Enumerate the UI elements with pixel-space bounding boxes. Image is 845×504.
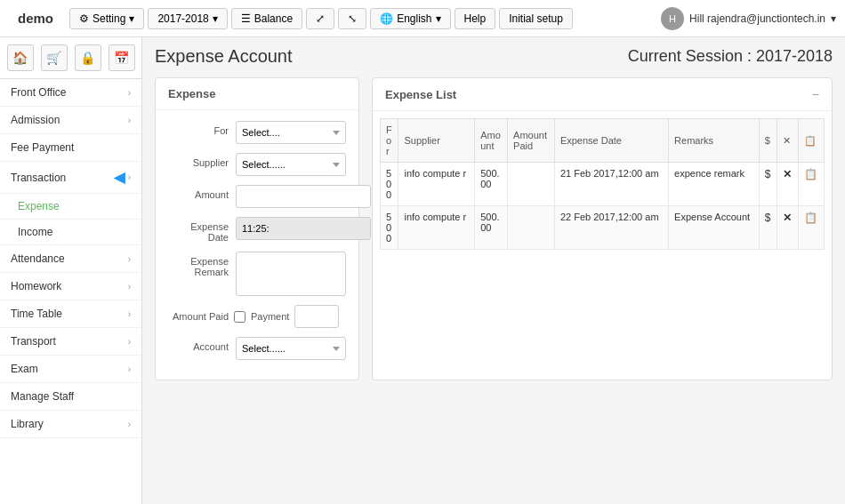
sidebar-item-income[interactable]: Income (0, 220, 141, 245)
cell-dollar[interactable]: $ (759, 163, 777, 206)
resize-icon: ⤡ (348, 12, 357, 25)
account-label: Account (168, 337, 229, 352)
language-button[interactable]: 🌐 English ▾ (370, 8, 450, 29)
list-panel-header: Expense List − (373, 78, 832, 111)
cell-for: 5 0 0 (381, 163, 398, 206)
sidebar-item-homework[interactable]: Homework › (0, 273, 141, 300)
for-select-wrapper: Select.... (236, 121, 346, 144)
help-button[interactable]: Help (455, 8, 496, 29)
expense-form-title: Expense (156, 78, 358, 110)
chevron-right-icon: › (128, 88, 131, 98)
chevron-down-icon: › (128, 172, 131, 182)
language-icon: 🌐 (380, 12, 393, 25)
amount-paid-checkbox[interactable] (234, 311, 245, 323)
cell-view[interactable]: 📋 (798, 163, 824, 206)
expense-form-body: For Select.... Supplier Select...... (156, 110, 358, 380)
sidebar-item-admission[interactable]: Admission › (0, 107, 141, 134)
cell-amount: 500.00 (475, 163, 508, 206)
page-title: Expense Account (155, 46, 293, 67)
cell-expense-date: 21 Feb 2017,12:00 am (554, 163, 668, 206)
col-expense-date: Expense Date (554, 119, 668, 163)
table-row: 5 0 0 info compute r 500.00 22 Feb 2017,… (381, 206, 825, 250)
sidebar-item-library[interactable]: Library › (0, 411, 141, 438)
col-view: 📋 (798, 119, 824, 163)
resize-button[interactable]: ⤡ (338, 8, 366, 29)
chevron-right-icon: › (128, 337, 131, 347)
cell-supplier: info compute r (398, 206, 475, 250)
lock-icon[interactable]: 🔒 (75, 44, 101, 71)
cell-dollar[interactable]: $ (759, 206, 777, 250)
amount-row: Amount (168, 185, 346, 208)
supplier-row: Supplier Select...... (168, 153, 346, 176)
cell-delete[interactable]: ✕ (777, 206, 799, 250)
for-select[interactable]: Select.... (236, 121, 346, 144)
balance-icon: ☰ (241, 12, 251, 25)
sidebar-item-timetable[interactable]: Time Table › (0, 300, 141, 328)
sidebar-item-manage-staff[interactable]: Manage Staff (0, 383, 141, 411)
cell-delete[interactable]: ✕ (777, 163, 799, 206)
expense-date-label: Expense Date (168, 217, 229, 243)
chevron-right-icon: › (128, 254, 131, 264)
setting-button[interactable]: ⚙ Setting ▾ (69, 8, 144, 29)
initial-setup-button[interactable]: Initial setup (499, 8, 573, 29)
for-row: For Select.... (168, 121, 346, 144)
fullscreen-button[interactable]: ⤢ (306, 8, 334, 29)
expense-date-input[interactable] (236, 217, 371, 240)
shop-icon[interactable]: 🛒 (41, 44, 68, 71)
sidebar-item-transaction[interactable]: Transaction ◀ › (0, 162, 141, 194)
year-chevron-icon: ▾ (213, 12, 218, 25)
setting-icon: ⚙ (79, 12, 89, 25)
year-button[interactable]: 2017-2018 ▾ (148, 8, 227, 29)
account-select-wrapper: Select...... (236, 337, 346, 360)
avatar: H (661, 7, 684, 30)
sidebar-item-fee-payment[interactable]: Fee Payment (0, 134, 141, 162)
page-header: Expense Account Current Session : 2017-2… (155, 46, 833, 67)
chevron-right-icon: › (128, 420, 131, 429)
chevron-right-icon: › (128, 364, 131, 374)
col-dollar: $ (759, 119, 777, 163)
sidebar-item-attendance[interactable]: Attendance › (0, 245, 141, 273)
session-label: Current Session : 2017-2018 (628, 47, 833, 66)
expense-list-table: F o r Supplier Amo unt AmountPaid Expens… (380, 118, 825, 250)
user-menu[interactable]: H Hill rajendra@junctiontech.in ▾ (661, 7, 836, 30)
payment-input[interactable] (294, 305, 339, 328)
cell-remarks: Expense Account (669, 206, 760, 250)
cell-expense-date: 22 Feb 2017,12:00 am (554, 206, 668, 250)
balance-button[interactable]: ☰ Balance (231, 8, 302, 29)
home-icon[interactable]: 🏠 (7, 44, 34, 71)
list-panel-title: Expense List (385, 88, 456, 101)
content-panels: Expense For Select.... Supplier (155, 77, 833, 380)
user-chevron-icon: ▾ (831, 12, 836, 25)
setting-chevron-icon: ▾ (129, 12, 134, 25)
cell-view[interactable]: 📋 (798, 206, 824, 250)
sidebar-item-front-office[interactable]: Front Office › (0, 79, 141, 107)
expense-list-panel: Expense List − F o r Supplier Amo unt Am… (372, 77, 833, 380)
amount-input[interactable] (236, 185, 371, 208)
expense-date-row: Expense Date (168, 217, 346, 243)
minimize-button[interactable]: − (812, 87, 819, 101)
chevron-right-icon: › (128, 309, 131, 319)
account-row: Account Select...... (168, 337, 346, 360)
sidebar-item-expense[interactable]: Expense (0, 194, 141, 220)
expense-remark-input[interactable] (236, 252, 346, 296)
chevron-right-icon: › (128, 116, 131, 125)
app-logo: demo (9, 11, 62, 26)
list-table-wrapper: F o r Supplier Amo unt AmountPaid Expens… (373, 111, 832, 257)
amount-paid-label: Amount Paid (168, 311, 229, 322)
sidebar-item-transport[interactable]: Transport › (0, 328, 141, 356)
cell-remarks: expence remark (669, 163, 760, 206)
expense-remark-label: Expense Remark (168, 252, 229, 277)
cell-amount: 500.00 (475, 206, 508, 250)
table-row: 5 0 0 info compute r 500.00 21 Feb 2017,… (381, 163, 825, 206)
supplier-select[interactable]: Select...... (236, 153, 346, 176)
account-select[interactable]: Select...... (236, 337, 346, 360)
expense-remark-row: Expense Remark (168, 252, 346, 296)
supplier-select-wrapper: Select...... (236, 153, 346, 176)
sidebar-item-exam[interactable]: Exam › (0, 356, 141, 383)
user-email: Hill rajendra@junctiontech.in (689, 12, 825, 25)
amount-paid-row: Amount Paid Payment (168, 305, 346, 328)
blue-arrow-icon: ◀ (114, 169, 125, 186)
top-navigation: demo ⚙ Setting ▾ 2017-2018 ▾ ☰ Balance ⤢… (0, 0, 845, 37)
calendar-icon[interactable]: 📅 (109, 44, 135, 71)
cell-supplier: info compute r (398, 163, 475, 206)
